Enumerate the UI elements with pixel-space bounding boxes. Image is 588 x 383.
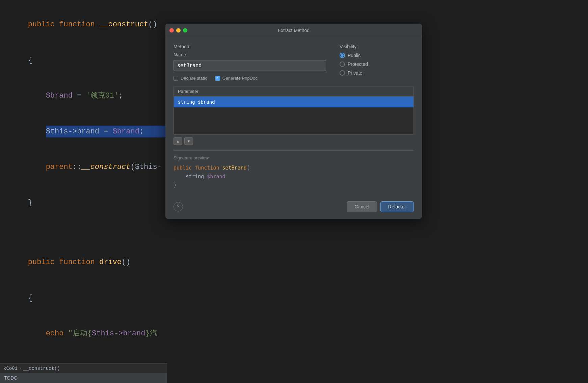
visibility-protected-label: Protected	[348, 61, 368, 67]
move-down-button[interactable]: ▼	[184, 137, 193, 145]
sig-line-2: string $brand	[173, 173, 414, 181]
extract-method-dialog: Extract Method Method: Name: Declare sta…	[165, 24, 422, 219]
parameter-header: Parameter	[174, 86, 413, 97]
visibility-private[interactable]: Private	[340, 70, 414, 76]
signature-preview-section: Signature preview public function setBra…	[173, 150, 414, 190]
dialog-footer: ? Cancel Refactor	[165, 197, 422, 219]
name-input[interactable]	[173, 60, 326, 71]
name-label: Name:	[173, 52, 326, 57]
visibility-public-label: Public	[348, 53, 360, 58]
generate-phpdoc-box	[215, 76, 220, 81]
code-line	[10, 221, 578, 232]
code-line: echo "启动{$this->brand}汽	[10, 316, 578, 352]
declare-static-box	[173, 76, 178, 81]
close-button[interactable]	[169, 28, 174, 32]
dialog-body: Method: Name: Declare static Generate Ph…	[165, 37, 422, 197]
help-button[interactable]: ?	[173, 202, 183, 211]
breadcrumb-item: __construct()	[23, 366, 60, 371]
radio-protected-circle	[340, 61, 345, 67]
generate-phpdoc-label: Generate PhpDoc	[222, 76, 258, 81]
maximize-button[interactable]	[183, 28, 187, 32]
signature-code: public function setBrand( string $brand …	[173, 164, 414, 190]
minimize-button[interactable]	[176, 28, 181, 32]
parameter-row[interactable]: string $brand	[174, 97, 413, 107]
dialog-row-top: Method: Name: Declare static Generate Ph…	[173, 44, 414, 81]
refactor-button[interactable]: Refactor	[380, 201, 414, 212]
generate-phpdoc-checkbox[interactable]: Generate PhpDoc	[215, 76, 258, 81]
breadcrumb-separator: ›	[19, 366, 22, 371]
visibility-radio-group: Public Protected Private	[340, 53, 414, 76]
declare-static-checkbox[interactable]: Declare static	[173, 76, 207, 81]
breadcrumb: kCo01 › __construct()	[0, 363, 167, 373]
sig-line-1: public function setBrand(	[173, 164, 414, 173]
traffic-lights	[169, 28, 187, 32]
todo-bar: TODO	[0, 373, 167, 383]
parameter-table: Parameter string $brand	[173, 86, 414, 135]
code-line: public function drive()	[10, 245, 578, 280]
signature-preview-label: Signature preview	[173, 155, 414, 160]
dialog-left: Method: Name: Declare static Generate Ph…	[173, 44, 326, 81]
dialog-title: Extract Method	[278, 28, 310, 33]
visibility-private-label: Private	[348, 70, 363, 76]
dialog-right: Visibility: Public Protected Private	[340, 44, 414, 81]
visibility-label: Visibility:	[340, 44, 414, 49]
dialog-titlebar: Extract Method	[165, 24, 422, 37]
todo-label: TODO	[4, 375, 18, 381]
breadcrumb-item: kCo01	[3, 366, 18, 371]
code-line: {	[10, 280, 578, 316]
code-line	[10, 233, 578, 245]
parameter-empty-area	[174, 107, 413, 134]
checkboxes-row: Declare static Generate PhpDoc	[173, 76, 326, 81]
declare-static-label: Declare static	[181, 76, 207, 81]
sig-line-3: )	[173, 181, 414, 190]
parameter-controls: ▲ ▼	[173, 137, 414, 145]
cancel-button[interactable]: Cancel	[347, 201, 377, 212]
method-label: Method:	[173, 44, 326, 49]
move-up-button[interactable]: ▲	[173, 137, 182, 145]
visibility-protected[interactable]: Protected	[340, 61, 414, 67]
visibility-public[interactable]: Public	[340, 53, 414, 58]
radio-public-circle	[340, 53, 345, 58]
radio-private-circle	[340, 70, 345, 76]
